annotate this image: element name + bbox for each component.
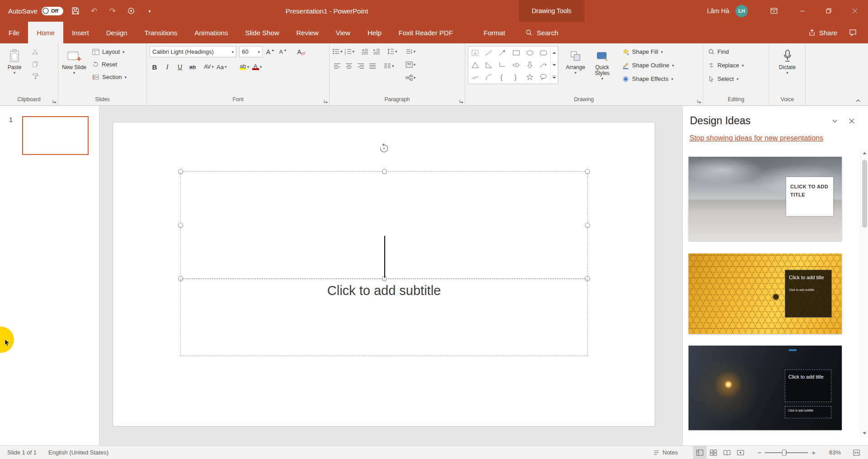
cut-button[interactable] <box>30 46 40 57</box>
shape-text-box[interactable]: A <box>468 47 482 59</box>
numbering-button[interactable]: 123 ▾ <box>344 46 355 57</box>
clipboard-dialog-launcher[interactable] <box>52 99 57 103</box>
justify-button[interactable] <box>368 61 377 71</box>
underline-button[interactable]: U <box>175 61 185 72</box>
shape-arrow[interactable] <box>495 47 509 59</box>
design-ideas-scrollbar[interactable] <box>860 149 868 437</box>
shape-left-brace[interactable]: { <box>495 71 509 84</box>
save-button[interactable] <box>69 4 82 18</box>
shapes-scroll-down-button[interactable] <box>551 59 558 71</box>
ribbon-display-options-button[interactable] <box>768 4 780 18</box>
minimize-button[interactable] <box>789 0 816 22</box>
shape-rectangle[interactable] <box>509 47 523 59</box>
clear-formatting-button[interactable]: A <box>296 47 306 57</box>
font-color-button[interactable]: A ▾ <box>252 61 262 72</box>
shape-right-brace[interactable]: } <box>509 71 523 84</box>
shapes-scroll-up-button[interactable] <box>551 47 558 59</box>
rotate-handle[interactable] <box>379 143 389 154</box>
bullets-button[interactable]: ▾ <box>332 46 343 57</box>
italic-button[interactable]: I <box>162 61 172 72</box>
tab-view[interactable]: View <box>327 22 359 43</box>
design-idea-thumbnail-1[interactable]: CLICK TO ADD TITLE <box>689 157 842 241</box>
columns-button[interactable]: ▾ <box>384 61 394 71</box>
resize-handle-top-center[interactable] <box>382 169 387 174</box>
replace-button[interactable]: Replace ▾ <box>706 60 746 71</box>
design-idea-thumbnail-3[interactable]: Click to add title Click to add subtitle <box>689 346 842 430</box>
close-button[interactable] <box>842 0 868 22</box>
decrease-indent-button[interactable] <box>360 46 370 57</box>
section-button[interactable]: Section ▾ <box>90 71 129 83</box>
align-right-button[interactable] <box>356 61 366 71</box>
resize-handle-middle-right[interactable] <box>585 223 590 228</box>
bold-button[interactable]: B <box>150 61 160 72</box>
shape-rounded-rectangle[interactable] <box>537 47 550 59</box>
decrease-font-size-button[interactable]: A▼ <box>278 47 288 57</box>
shape-oval[interactable] <box>523 47 537 59</box>
tab-file[interactable]: File <box>0 22 28 43</box>
shape-effects-button[interactable]: Shape Effects ▾ <box>620 73 676 84</box>
arrange-button[interactable]: Arrange ▾ <box>562 46 589 75</box>
shapes-more-button[interactable] <box>551 71 558 84</box>
paste-button[interactable]: Paste ▾ <box>3 46 26 75</box>
slide-canvas[interactable]: Click to add subtitle <box>113 122 655 426</box>
shape-fill-button[interactable]: Shape Fill ▾ <box>620 46 676 57</box>
change-case-button[interactable]: Aa ▾ <box>217 61 226 72</box>
shape-arrow-down[interactable] <box>523 59 537 71</box>
convert-to-smartart-button[interactable]: ▾ <box>406 72 416 83</box>
shape-star[interactable] <box>523 71 537 84</box>
tab-animations[interactable]: Animations <box>186 22 236 43</box>
font-dialog-launcher[interactable] <box>323 99 328 103</box>
new-slide-button[interactable]: New Slide ▾ <box>61 46 87 75</box>
restore-button[interactable] <box>816 0 842 22</box>
tab-foxit-reader-pdf[interactable]: Foxit Reader PDF <box>390 22 462 43</box>
increase-indent-button[interactable] <box>372 46 382 57</box>
shape-scribble[interactable] <box>468 71 482 84</box>
normal-view-button[interactable] <box>693 446 707 459</box>
tab-format[interactable]: Format <box>475 22 514 43</box>
search-box[interactable]: Search <box>519 22 565 43</box>
slide-count-status[interactable]: Slide 1 of 1 <box>7 449 37 456</box>
share-button[interactable]: Share <box>804 29 842 37</box>
design-idea-thumbnail-2[interactable]: Click to add title Click to add subtitle <box>689 253 842 334</box>
align-text-button[interactable]: ▾ <box>406 59 416 70</box>
undo-button[interactable]: ↶ <box>88 4 100 18</box>
format-painter-button[interactable] <box>30 70 40 81</box>
design-ideas-menu-button[interactable] <box>832 119 837 123</box>
shape-arc[interactable] <box>482 71 495 84</box>
redo-button[interactable]: ↷ <box>106 4 119 18</box>
tab-home[interactable]: Home <box>28 22 63 43</box>
shape-curved-arrow[interactable] <box>537 59 550 71</box>
zoom-in-button[interactable]: + <box>811 449 816 456</box>
scrollbar-up-button[interactable] <box>861 149 868 157</box>
resize-handle-top-left[interactable] <box>178 169 183 174</box>
quick-access-toolbar-dropdown[interactable]: ▾ <box>143 4 156 18</box>
tab-help[interactable]: Help <box>359 22 390 43</box>
shape-line[interactable] <box>482 47 495 59</box>
slide-show-view-button[interactable] <box>734 446 747 459</box>
scrollbar-down-button[interactable] <box>861 429 868 437</box>
copy-button[interactable] <box>30 58 40 69</box>
tab-insert[interactable]: Insert <box>63 22 98 43</box>
drawing-dialog-launcher[interactable] <box>697 99 701 103</box>
touch-mouse-mode-button[interactable] <box>125 4 137 18</box>
language-status[interactable]: English (United States) <box>48 449 108 456</box>
find-button[interactable]: Find <box>706 46 746 57</box>
design-ideas-close-button[interactable] <box>849 118 854 124</box>
resize-handle-top-right[interactable] <box>585 169 590 174</box>
collapse-ribbon-button[interactable] <box>855 98 861 103</box>
select-button[interactable]: Select ▾ <box>706 73 746 84</box>
zoom-slider-thumb[interactable] <box>782 450 786 456</box>
zoom-slider[interactable] <box>765 449 808 456</box>
line-spacing-button[interactable]: ▾ <box>387 46 397 57</box>
shape-outline-button[interactable]: Shape Outline ▾ <box>620 60 676 71</box>
title-placeholder[interactable] <box>180 171 588 279</box>
strikethrough-button[interactable]: ab <box>188 61 198 72</box>
zoom-level[interactable]: 63% <box>822 449 841 456</box>
reset-button[interactable]: Reset <box>90 59 129 70</box>
tab-transitions[interactable]: Transitions <box>136 22 186 43</box>
fit-slide-to-window-button[interactable] <box>850 446 863 459</box>
dictate-button[interactable]: Dictate ▾ <box>774 46 801 75</box>
font-family-combo[interactable]: Calibri Light (Headings) ▾ <box>150 46 236 57</box>
text-direction-button[interactable]: ▾ <box>406 46 416 57</box>
character-spacing-button[interactable]: AV ▾ <box>204 61 214 72</box>
